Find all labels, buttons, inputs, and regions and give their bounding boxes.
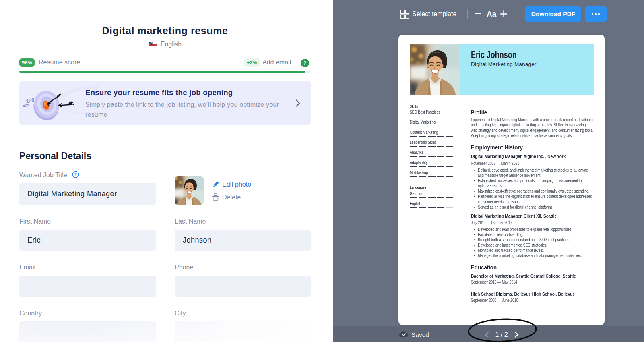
svg-text:?: ? — [74, 172, 77, 177]
svg-text:100: 100 — [25, 97, 35, 105]
